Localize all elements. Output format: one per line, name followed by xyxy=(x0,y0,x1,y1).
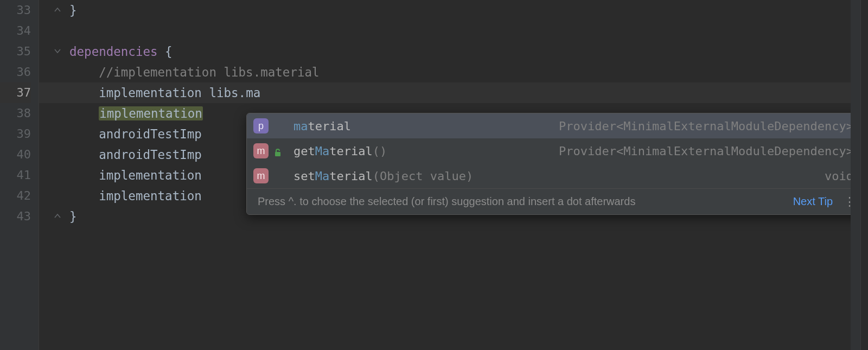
completion-item[interactable]: mgetMaterial()Provider<MinimalExternalMo… xyxy=(247,138,864,163)
line-number[interactable]: 40 xyxy=(0,144,31,165)
completion-label: setMaterial(Object value) xyxy=(293,169,818,183)
code-line[interactable] xyxy=(39,21,868,41)
completion-item[interactable]: pmaterialProvider<MinimalExternalModuleD… xyxy=(247,113,864,138)
vertical-scrollbar[interactable] xyxy=(860,0,868,350)
completion-item[interactable]: msetMaterial(Object value)void xyxy=(247,163,864,188)
line-number[interactable]: 38 xyxy=(0,103,31,124)
line-number[interactable]: 42 xyxy=(0,186,31,206)
code-area[interactable]: }dependencies { //implementation libs.ma… xyxy=(39,0,868,350)
fold-start-icon[interactable] xyxy=(53,47,62,56)
line-number[interactable]: 39 xyxy=(0,124,31,144)
method-icon: m xyxy=(253,143,269,158)
right-gutter-stripe xyxy=(851,0,860,350)
method-icon: m xyxy=(253,168,269,183)
completion-type: Provider<MinimalExternalModuleDependency… xyxy=(559,119,853,133)
line-number[interactable]: 36 xyxy=(0,62,31,82)
completion-list[interactable]: pmaterialProvider<MinimalExternalModuleD… xyxy=(247,113,864,188)
svg-rect-0 xyxy=(275,152,280,156)
code-line[interactable]: dependencies { xyxy=(39,41,868,62)
line-number-gutter[interactable]: 3334353637383940414243 xyxy=(0,0,39,350)
completion-type: Provider<MinimalExternalModuleDependency… xyxy=(559,144,853,158)
next-tip-link[interactable]: Next Tip xyxy=(793,195,833,208)
editor-root: 3334353637383940414243 }dependencies { /… xyxy=(0,0,868,350)
code-line[interactable]: implementation libs.ma xyxy=(39,82,868,103)
code-line[interactable]: } xyxy=(39,0,868,21)
line-number[interactable]: 41 xyxy=(0,165,31,186)
property-icon: p xyxy=(253,118,269,133)
public-access-icon xyxy=(274,146,284,156)
completion-label: getMaterial() xyxy=(293,144,552,158)
line-number[interactable]: 33 xyxy=(0,0,31,21)
fold-end-icon[interactable] xyxy=(53,212,62,221)
code-completion-popup[interactable]: pmaterialProvider<MinimalExternalModuleD… xyxy=(246,113,865,215)
completion-type: void xyxy=(825,169,853,183)
completion-footer: Press ^. to choose the selected (or firs… xyxy=(247,188,864,214)
completion-label: material xyxy=(293,119,552,133)
completion-hint: Press ^. to choose the selected (or firs… xyxy=(258,195,793,208)
line-number[interactable]: 43 xyxy=(0,206,31,227)
line-number[interactable]: 34 xyxy=(0,21,31,41)
code-line[interactable]: //implementation libs.material xyxy=(39,62,868,82)
line-number[interactable]: 35 xyxy=(0,41,31,62)
fold-end-icon[interactable] xyxy=(53,6,62,15)
line-number[interactable]: 37 xyxy=(0,82,31,103)
